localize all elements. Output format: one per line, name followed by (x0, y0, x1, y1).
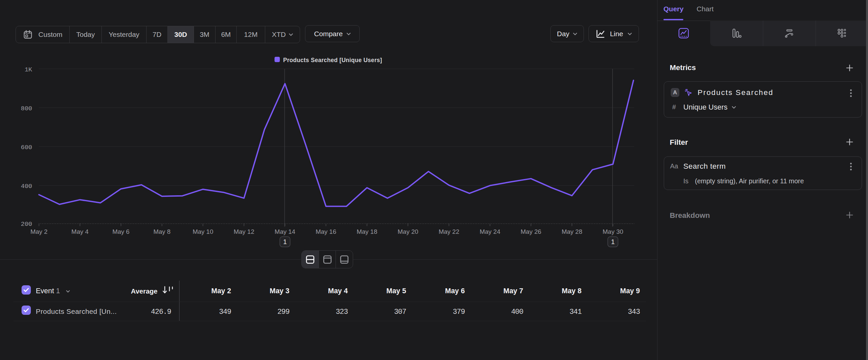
svg-text:400: 400 (21, 183, 32, 190)
svg-text:May 8: May 8 (154, 228, 171, 235)
svg-text:May 6: May 6 (113, 228, 130, 235)
svg-text:200: 200 (21, 221, 32, 228)
svg-text:May 18: May 18 (357, 228, 377, 235)
svg-text:May 20: May 20 (398, 228, 418, 235)
svg-text:May 10: May 10 (193, 228, 213, 235)
svg-text:800: 800 (21, 105, 32, 112)
svg-text:1: 1 (611, 238, 615, 245)
svg-text:May 12: May 12 (234, 228, 254, 235)
svg-text:600: 600 (21, 144, 32, 151)
svg-text:May 30: May 30 (603, 228, 623, 235)
svg-text:1K: 1K (25, 66, 32, 74)
svg-text:May 24: May 24 (480, 228, 501, 235)
svg-text:May 2: May 2 (31, 228, 48, 235)
svg-text:May 16: May 16 (316, 228, 336, 235)
svg-text:May 26: May 26 (521, 228, 541, 235)
svg-text:May 14: May 14 (275, 228, 296, 235)
svg-text:1: 1 (283, 238, 287, 245)
svg-text:May 22: May 22 (439, 228, 459, 235)
svg-text:May 28: May 28 (562, 228, 582, 235)
svg-text:Products Searched [Unique User: Products Searched [Unique Users] (283, 57, 382, 63)
svg-text:May 4: May 4 (71, 228, 89, 235)
